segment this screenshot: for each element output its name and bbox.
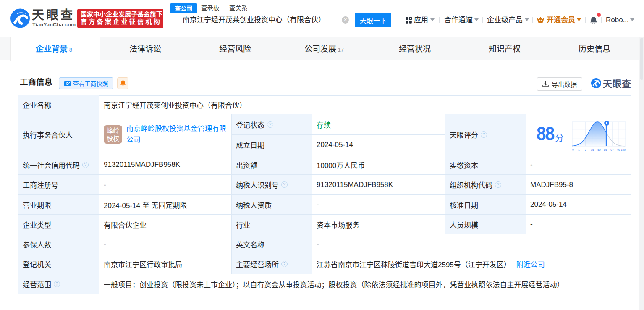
svg-text:50: 50	[597, 148, 601, 151]
svg-text:97: 97	[610, 148, 614, 151]
svg-text:0: 0	[572, 148, 574, 151]
svg-text:15: 15	[591, 148, 594, 151]
svg-text:1: 1	[578, 148, 580, 151]
svg-text:100: 100	[621, 148, 626, 151]
svg-text:99: 99	[617, 148, 620, 151]
svg-text:85: 85	[604, 148, 607, 151]
svg-text:3: 3	[585, 148, 586, 151]
